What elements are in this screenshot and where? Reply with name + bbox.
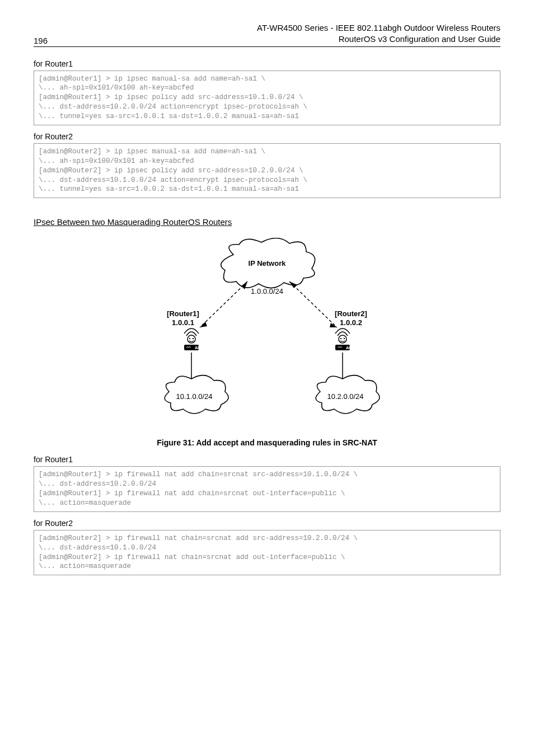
svg-text:AP: AP	[195, 346, 200, 350]
top-subnet-label: 1.0.0.0/24	[251, 287, 283, 295]
figure-caption: Figure 31: Add accept and masquerading r…	[34, 438, 500, 447]
right-subnet-cloud: 10.2.0.0/24	[316, 375, 380, 414]
router1-label: [Router1]	[167, 309, 199, 318]
right-subnet-label: 10.2.0.0/24	[327, 392, 363, 401]
link-cloud-router1	[200, 281, 247, 327]
code-router1-nat: [admin@Router1] > ip firewall nat add ch…	[34, 466, 500, 512]
header-title-line1: AT-WR4500 Series - IEEE 802.11abgh Outdo…	[257, 23, 500, 32]
ip-network-cloud: IP Network 1.0.0.0/24	[221, 238, 315, 296]
svg-point-1	[189, 338, 190, 339]
header-title-line2: RouterOS v3 Configuration and User Guide	[339, 34, 500, 44]
section-heading: IPsec Between two Masquerading RouterOS …	[34, 217, 500, 227]
svg-point-6	[340, 338, 341, 339]
router2-label-b: for Router2	[34, 519, 500, 528]
arrowhead-r1	[200, 322, 207, 327]
svg-point-7	[344, 338, 345, 339]
code-router2-nat: [admin@Router2] > ip firewall nat chain=…	[34, 530, 500, 576]
router1-ip: 1.0.0.1	[172, 318, 194, 327]
router2-icon: AP	[335, 328, 352, 350]
code-router1-ipsec: [admin@Router1] > ip ipsec manual-sa add…	[34, 71, 500, 125]
router2-label-a: for Router2	[34, 132, 500, 141]
network-diagram: IP Network 1.0.0.0/24 [Router1] 1.0.0.1 …	[34, 238, 500, 447]
router1-icon: AP	[184, 328, 200, 350]
router1-label-a: for Router1	[34, 59, 500, 68]
left-subnet-cloud: 10.1.0.0/24	[165, 375, 228, 414]
router2-ip: 1.0.0.2	[340, 318, 362, 327]
page-header: 196 AT-WR4500 Series - IEEE 802.11abgh O…	[34, 22, 500, 47]
router2-label: [Router2]	[335, 309, 367, 318]
link-cloud-router2	[289, 281, 337, 327]
router1-label-b: for Router1	[34, 455, 500, 464]
left-subnet-label: 10.1.0.0/24	[176, 392, 212, 401]
code-router2-ipsec: [admin@Router2] > ip ipsec manual-sa add…	[34, 143, 500, 198]
page-number: 196	[34, 36, 48, 45]
svg-text:AP: AP	[346, 346, 352, 350]
ip-network-label: IP Network	[249, 259, 287, 267]
svg-point-2	[193, 338, 194, 339]
header-title: AT-WR4500 Series - IEEE 802.11abgh Outdo…	[257, 22, 500, 45]
